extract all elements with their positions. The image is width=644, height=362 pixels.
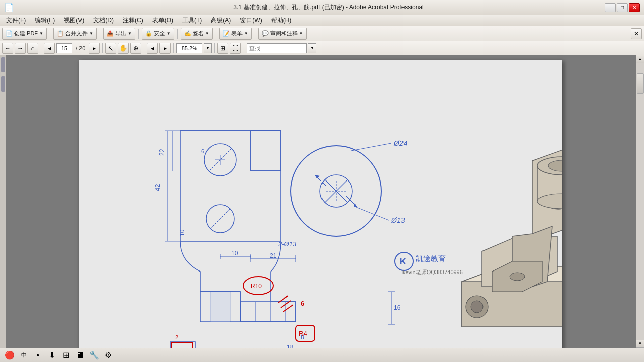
review-icon: 💬	[262, 30, 269, 37]
scroll-track[interactable]	[636, 63, 645, 340]
window-title: 3.1 基准创建、拉伸、孔、筋.pdf (已加密) - Adobe Acroba…	[17, 3, 640, 12]
taskbar-icon-5[interactable]: ⊞	[60, 350, 71, 361]
export-icon: 📤	[107, 30, 114, 37]
merge-icon: 📋	[57, 30, 64, 37]
taskbar-icon-6[interactable]: 🖥	[74, 350, 86, 361]
page-total: / 20	[74, 45, 87, 51]
zoom-dropdown[interactable]: ▼	[204, 43, 212, 53]
svg-text:凯途教育: 凯途教育	[416, 255, 446, 263]
toolbar-btn-review[interactable]: 💬审阅和注释▼	[258, 28, 307, 40]
menu-item-window[interactable]: 窗口(W)	[236, 15, 266, 26]
toolbar-btn-create-pdf[interactable]: 📄创建 PDF▼	[2, 28, 47, 40]
menu-item-file[interactable]: 文件(F)	[2, 15, 30, 26]
next-page-button[interactable]: ▸	[89, 43, 100, 54]
menu-item-forms[interactable]: 表单(O)	[148, 15, 177, 26]
svg-text:R4: R4	[299, 330, 307, 337]
taskbar-icon-8[interactable]: ⚙	[103, 350, 114, 361]
technical-drawing: 2 Ø24	[79, 60, 562, 348]
forward-button[interactable]: →	[15, 43, 26, 54]
bottom-taskbar: 🔴 中 • ⬇ ⊞ 🖥 🔧 ⚙	[0, 348, 644, 362]
create-pdf-icon: 📄	[6, 30, 13, 37]
menu-item-view[interactable]: 视图(V)	[60, 15, 88, 26]
svg-text:10: 10	[179, 229, 186, 236]
svg-text:22: 22	[158, 149, 166, 156]
pdf-page: 2 Ø24	[79, 60, 562, 348]
toolbar1: 📄创建 PDF▼📋合并文件▼📤导出▼🔒安全▼✍签名▼📝表单▼💬审阅和注释▼✕	[0, 26, 644, 41]
taskbar-icon-4[interactable]: ⬇	[46, 350, 57, 361]
nav-toolbar: ← → ⌂ ◂ / 20 ▸ ↖ ✋ ⊕ ◂ ▸ ▼ ⊞ ⛶ ▼	[0, 41, 644, 55]
svg-text:6: 6	[301, 300, 304, 307]
toolbar-btn-sign[interactable]: ✍签名▼	[181, 28, 213, 40]
sep-5	[255, 29, 255, 39]
full-screen-button[interactable]: ⛶	[230, 43, 241, 54]
taskbar-icon-7[interactable]: 🔧	[89, 350, 100, 361]
main-area: 2 Ø24	[0, 55, 644, 348]
svg-text:kevin老师QQ383740996: kevin老师QQ383740996	[403, 269, 463, 275]
menu-bar: 文件(F)编辑(E)视图(V)文档(D)注释(C)表单(O)工具(T)高级(A)…	[0, 15, 644, 26]
menu-item-help[interactable]: 帮助(H)	[267, 15, 296, 26]
scroll-thumb[interactable]	[637, 73, 644, 94]
search-button[interactable]: ▼	[308, 43, 316, 53]
forms-btn-icon: 📝	[223, 30, 230, 37]
panel-indicator-2	[1, 76, 5, 92]
menu-item-advanced[interactable]: 高级(A)	[207, 15, 235, 26]
toolbar-btn-security[interactable]: 🔒安全▼	[142, 28, 174, 40]
svg-point-83	[510, 273, 525, 281]
svg-point-82	[471, 301, 483, 313]
cursor-tool[interactable]: ↖	[105, 43, 116, 54]
toolbar-btn-merge[interactable]: 📋合并文件▼	[53, 28, 97, 40]
zoom-out-button[interactable]: ◂	[147, 43, 158, 54]
maximize-button[interactable]: □	[617, 3, 628, 12]
marquee-tool[interactable]: ⊕	[130, 43, 141, 54]
title-bar: 📄 3.1 基准创建、拉伸、孔、筋.pdf (已加密) - Adobe Acro…	[0, 0, 644, 15]
vertical-scrollbar[interactable]: ▲ ▼	[636, 55, 644, 348]
toolbar-btn-forms-btn[interactable]: 📝表单▼	[219, 28, 252, 40]
svg-text:21: 21	[270, 252, 277, 259]
close-button[interactable]: ✕	[629, 3, 640, 12]
menu-item-document[interactable]: 文档(D)	[89, 15, 118, 26]
close-panel-button[interactable]: ✕	[631, 28, 642, 39]
svg-text:Ø13: Ø13	[391, 216, 405, 224]
back-button[interactable]: ←	[2, 43, 13, 54]
sign-icon: ✍	[184, 30, 191, 37]
page-input[interactable]	[56, 43, 72, 53]
toolbar-btn-export[interactable]: 📤导出▼	[103, 28, 135, 40]
fit-page-button[interactable]: ⊞	[217, 43, 228, 54]
menu-item-tools[interactable]: 工具(T)	[178, 15, 206, 26]
scroll-down-button[interactable]: ▼	[636, 340, 645, 348]
menu-item-comment[interactable]: 注释(C)	[119, 15, 147, 26]
svg-rect-15	[210, 292, 230, 322]
svg-text:2: 2	[175, 334, 178, 340]
taskbar-icon-3[interactable]: •	[32, 350, 43, 361]
svg-text:18: 18	[287, 344, 294, 348]
svg-text:2-Ø13: 2-Ø13	[278, 240, 297, 248]
taskbar-icon-2[interactable]: 中	[18, 350, 29, 361]
separator	[41, 43, 41, 53]
svg-text:42: 42	[154, 184, 162, 191]
svg-text:6: 6	[201, 148, 204, 154]
document-area[interactable]: 2 Ø24	[6, 55, 636, 348]
sep-1	[100, 29, 100, 39]
taskbar-icon-1[interactable]: 🔴	[4, 350, 15, 361]
menu-item-edit[interactable]: 编辑(E)	[31, 15, 59, 26]
svg-text:10: 10	[231, 250, 238, 257]
app-icon: 📄	[4, 3, 14, 12]
zoom-in-button[interactable]: ▸	[159, 43, 171, 54]
separator3	[144, 43, 144, 53]
left-panel	[0, 55, 6, 348]
search-input[interactable]	[247, 43, 307, 53]
zoom-input[interactable]	[176, 43, 202, 53]
svg-text:16: 16	[394, 304, 401, 311]
svg-text:R10: R10	[251, 283, 262, 290]
home-button[interactable]: ⌂	[27, 43, 38, 54]
minimize-button[interactable]: —	[605, 3, 616, 12]
separator6	[244, 43, 244, 53]
separator5	[214, 43, 215, 53]
sep-4	[216, 29, 216, 39]
svg-text:Ø24: Ø24	[393, 139, 408, 147]
window-controls: — □ ✕	[605, 3, 640, 12]
security-icon: 🔒	[145, 30, 152, 37]
hand-tool[interactable]: ✋	[118, 43, 129, 54]
prev-page-button[interactable]: ◂	[44, 43, 55, 54]
scroll-up-button[interactable]: ▲	[636, 55, 645, 63]
